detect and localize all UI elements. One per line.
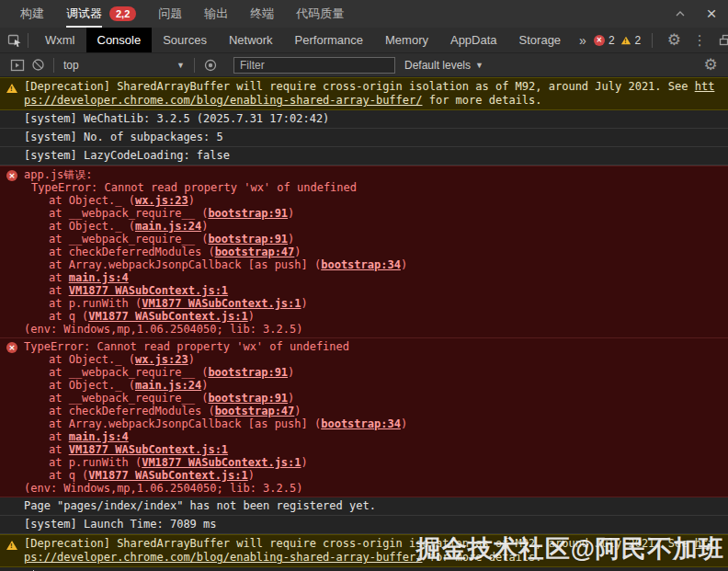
log-levels-selector[interactable]: Default levels ▼ [404, 59, 483, 72]
dock-side-button[interactable] [715, 30, 728, 51]
stack-link[interactable]: bootstrap:91 [208, 233, 288, 246]
console-log-entry: [system] Launch Time: 7089 ms [0, 516, 728, 534]
log-icon-cell [0, 80, 24, 93]
stack-text: at checkDeferredModules ( [49, 405, 215, 417]
console-sidebar-toggle[interactable] [7, 55, 28, 75]
clear-console-button[interactable] [28, 55, 48, 75]
stack-link[interactable]: bootstrap:47 [215, 246, 295, 258]
javascript-context-selector[interactable]: top ▼ [63, 59, 185, 72]
log-message: [Deprecation] SharedArrayBuffer will req… [24, 537, 721, 565]
warning-count-value: 2 [635, 34, 642, 47]
collapse-panel-button[interactable] [673, 6, 688, 21]
stack-text: app.js错误: [24, 168, 93, 181]
filter-input[interactable] [233, 57, 395, 74]
console-prompt[interactable] [0, 567, 728, 571]
tab-memory[interactable]: Memory [374, 28, 439, 52]
live-expression-button[interactable] [200, 55, 221, 75]
stack-link[interactable]: main.js:24 [135, 220, 201, 233]
tab-performance[interactable]: Performance [284, 28, 374, 52]
stack-text: TypeError: Cannot read property 'wx' of … [31, 181, 357, 194]
stack-link[interactable]: bootstrap:91 [208, 366, 288, 379]
stack-link[interactable]: bootstrap:34 [321, 258, 401, 271]
eye-icon [203, 58, 218, 73]
console-settings-button[interactable]: ⚙ [700, 55, 721, 75]
stack-text: at [49, 443, 69, 456]
divider [28, 33, 28, 48]
stack-row: at __webpack_require__ (bootstrap:91) [24, 207, 721, 220]
tab-sources[interactable]: Sources [152, 28, 218, 52]
stack-link[interactable]: wx.js:23 [135, 353, 188, 366]
log-text: [Deprecation] SharedArrayBuffer will req… [24, 80, 695, 93]
stack-link[interactable]: VM1877 WASubContext.js:1 [88, 310, 247, 323]
stack-link[interactable]: bootstrap:47 [215, 405, 295, 417]
stack-link[interactable]: wx.js:23 [135, 194, 188, 207]
divider [53, 58, 54, 73]
window-tab-6[interactable]: 代码质量 [296, 0, 344, 28]
stack-text: ) [188, 194, 195, 207]
stack-text: at q ( [49, 310, 88, 323]
stack-link[interactable]: main.js:4 [69, 430, 129, 443]
window-tab-3[interactable]: 问题 [158, 0, 182, 28]
stack-row: at q (VM1877 WASubContext.js:1) [24, 469, 721, 482]
error-count[interactable]: × 2 [594, 34, 615, 47]
tab-network[interactable]: Network [218, 28, 284, 52]
stack-link[interactable]: VM1877 WASubContext.js:1 [69, 443, 228, 456]
stack-text: ) [401, 417, 407, 430]
stack-link[interactable]: VM1877 WASubContext.js:1 [142, 297, 301, 310]
chevron-up-icon [674, 7, 687, 20]
stack-row: at Object._ (main.js:24) [24, 220, 721, 233]
stack-link[interactable]: bootstrap:34 [321, 417, 401, 430]
error-count-value: 2 [609, 34, 615, 47]
stack-text: at Array.webpackJsonpCallback [as push] … [49, 258, 321, 271]
stack-text: ) [301, 456, 308, 469]
tab-wxml[interactable]: Wxml [34, 28, 86, 52]
stack-text: at Object._ ( [49, 194, 135, 207]
log-message: [system] WeChatLib: 3.2.5 (2025.7.31 17:… [24, 112, 721, 126]
stack-link[interactable]: VM1877 WASubContext.js:1 [69, 284, 228, 297]
tab-storage[interactable]: Storage [508, 28, 573, 52]
log-icon-cell [0, 131, 24, 132]
stack-text: ) [248, 310, 255, 323]
stack-text: TypeError: Cannot read property 'wx' of … [24, 340, 349, 353]
window-tab-label: 构建 [20, 0, 44, 28]
tab-console[interactable]: Console [86, 28, 153, 52]
log-icon-cell: × [0, 340, 24, 353]
stack-row: (env: Windows,mp,1.06.2504050; lib: 3.2.… [24, 482, 721, 495]
console-log-entry: [system] WeChatLib: 3.2.5 (2025.7.31 17:… [0, 110, 728, 129]
console-warning-entry: [Deprecation] SharedArrayBuffer will req… [0, 77, 728, 110]
stack-link[interactable]: main.js:4 [69, 271, 129, 284]
inspect-element-button[interactable] [7, 30, 22, 51]
stack-text: at p.runWith ( [49, 456, 142, 469]
warning-icon [6, 84, 17, 93]
stack-text: at [49, 271, 69, 284]
menu-button[interactable]: ⋮ [689, 30, 710, 51]
console-error-entry: ×TypeError: Cannot read property 'wx' of… [0, 338, 728, 497]
stack-text: at Object._ ( [49, 220, 135, 233]
stack-text: ) [294, 246, 301, 258]
settings-button[interactable]: ⚙ [664, 30, 684, 51]
close-button[interactable]: × [704, 6, 719, 21]
window-tab-2[interactable]: 调试器2,2 [66, 0, 136, 28]
console-log-entry: [system] No. of subpackages: 5 [0, 129, 728, 147]
clear-icon [31, 58, 45, 72]
stack-row: at checkDeferredModules (bootstrap:47) [24, 405, 721, 417]
stack-link[interactable]: bootstrap:91 [208, 392, 288, 405]
more-tabs-button[interactable]: » [572, 33, 594, 48]
stack-link[interactable]: bootstrap:91 [208, 207, 288, 220]
log-message: [system] Launch Time: 7089 ms [24, 518, 721, 531]
chevron-down-icon: ▼ [176, 61, 185, 70]
window-tab-4[interactable]: 输出 [204, 0, 228, 28]
console-warning-entry: [Deprecation] SharedArrayBuffer will req… [0, 534, 728, 567]
stack-row: at main.js:4 [24, 271, 721, 284]
stack-link[interactable]: VM1877 WASubContext.js:1 [142, 456, 301, 469]
warning-count[interactable]: 2 [620, 34, 642, 47]
window-tab-5[interactable]: 终端 [250, 0, 274, 28]
window-tab-1[interactable]: 构建 [20, 0, 44, 28]
stack-text: ) [301, 297, 308, 310]
stack-link[interactable]: VM1877 WASubContext.js:1 [88, 469, 247, 482]
devtools-tab-bar: WxmlConsoleSourcesNetworkPerformanceMemo… [34, 28, 572, 52]
tab-appdata[interactable]: AppData [439, 28, 508, 52]
console-log-entry: [system] LazyCodeLoading: false [0, 147, 728, 166]
stack-row: at main.js:4 [24, 430, 721, 443]
stack-link[interactable]: main.js:24 [135, 379, 201, 392]
